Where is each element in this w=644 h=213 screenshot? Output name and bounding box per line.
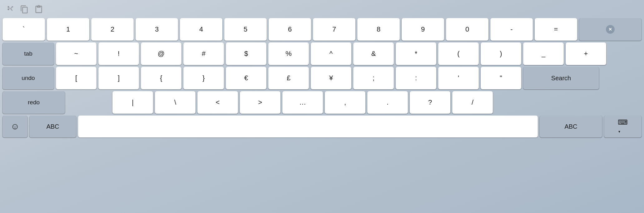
key-lparen[interactable]: (	[438, 42, 479, 65]
emoji-icon: ☺	[11, 121, 20, 131]
key-0[interactable]: 0	[446, 18, 488, 41]
emoji-key[interactable]: ☺	[2, 116, 27, 137]
key-at[interactable]: @	[141, 42, 181, 65]
key-lbracket[interactable]: [	[56, 67, 97, 89]
key-1[interactable]: 1	[47, 18, 89, 41]
key-equals[interactable]: =	[535, 18, 577, 41]
key-4[interactable]: 4	[180, 18, 222, 41]
backspace-key[interactable]: ✕	[579, 18, 642, 41]
key-rbracket[interactable]: ]	[98, 67, 139, 89]
paste-button[interactable]	[33, 4, 44, 15]
key-7[interactable]: 7	[313, 18, 355, 41]
key-euro[interactable]: €	[226, 67, 266, 89]
key-dollar[interactable]: $	[226, 42, 266, 65]
key-question[interactable]: ?	[410, 91, 450, 114]
bottom-row: ☺ ABC ABC ⌨▼	[2, 116, 642, 137]
key-backtick[interactable]: `	[2, 18, 45, 41]
key-rparen[interactable]: )	[481, 42, 521, 65]
key-squote[interactable]: '	[438, 67, 479, 89]
key-lt[interactable]: <	[197, 91, 238, 114]
key-2[interactable]: 2	[91, 18, 134, 41]
key-6[interactable]: 6	[269, 18, 311, 41]
key-semicolon[interactable]: ;	[353, 67, 394, 89]
key-exclaim[interactable]: !	[98, 42, 139, 65]
keyboard-icon: ⌨▼	[618, 118, 628, 135]
abc-left-key[interactable]: ABC	[29, 116, 76, 137]
redo-row: redo | \ < > … , . ? /	[2, 91, 642, 114]
toolbar	[2, 2, 642, 16]
key-amp[interactable]: &	[353, 42, 394, 65]
keyboard: ` 1 2 3 4 5 6 7 8 9 0 - = ✕ tab ~ ! @ # …	[2, 18, 642, 211]
key-comma[interactable]: ,	[325, 91, 365, 114]
key-5[interactable]: 5	[224, 18, 267, 41]
key-ellipsis[interactable]: …	[282, 91, 323, 114]
key-caret[interactable]: ^	[311, 42, 351, 65]
key-slash[interactable]: /	[452, 91, 493, 114]
key-dquote[interactable]: "	[481, 67, 521, 89]
undo-row: undo [ ] { } € £ ¥ ; : ' " Search	[2, 67, 642, 89]
key-rbrace[interactable]: }	[183, 67, 224, 89]
key-star[interactable]: *	[396, 42, 436, 65]
key-tilde[interactable]: ~	[56, 42, 97, 65]
key-period[interactable]: .	[367, 91, 408, 114]
key-3[interactable]: 3	[136, 18, 178, 41]
search-key[interactable]: Search	[523, 67, 599, 89]
keyboard-dismiss-key[interactable]: ⌨▼	[604, 116, 642, 137]
key-8[interactable]: 8	[357, 18, 400, 41]
key-9[interactable]: 9	[402, 18, 444, 41]
row4-spacer	[67, 91, 111, 114]
key-yen[interactable]: ¥	[311, 67, 351, 89]
key-gt[interactable]: >	[240, 91, 280, 114]
key-colon[interactable]: :	[396, 67, 436, 89]
key-backslash[interactable]: \	[155, 91, 196, 114]
undo-key[interactable]: undo	[2, 67, 54, 89]
tab-row: tab ~ ! @ # $ % ^ & * ( ) _ +	[2, 42, 642, 65]
redo-key[interactable]: redo	[2, 91, 65, 114]
tab-key[interactable]: tab	[2, 42, 54, 65]
key-pipe[interactable]: |	[112, 91, 153, 114]
key-hash[interactable]: #	[183, 42, 224, 65]
copy-button[interactable]	[19, 4, 30, 15]
abc-right-key[interactable]: ABC	[540, 116, 602, 137]
number-row: ` 1 2 3 4 5 6 7 8 9 0 - = ✕	[2, 18, 642, 41]
cut-button[interactable]	[4, 4, 16, 15]
backspace-icon: ✕	[606, 25, 615, 34]
key-minus[interactable]: -	[490, 18, 533, 41]
key-pound[interactable]: £	[268, 67, 309, 89]
key-underscore[interactable]: _	[523, 42, 564, 65]
key-plus[interactable]: +	[566, 42, 606, 65]
space-bar[interactable]	[78, 116, 538, 137]
key-lbrace[interactable]: {	[141, 67, 181, 89]
key-percent[interactable]: %	[268, 42, 309, 65]
